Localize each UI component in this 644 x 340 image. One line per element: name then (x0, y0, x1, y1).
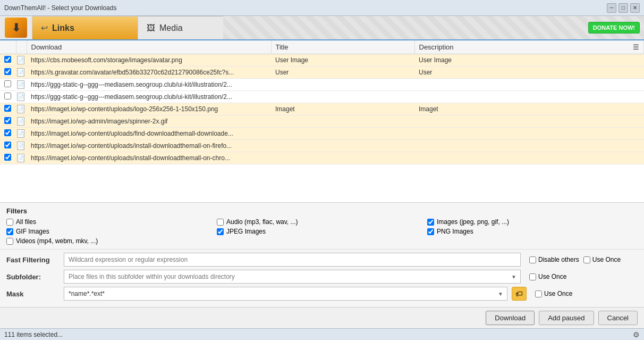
add-paused-button[interactable]: Add paused (539, 311, 594, 325)
subfolder-use-once-label: Use Once (538, 273, 566, 280)
filter-label-images-jpeg-png: Images (jpeg, png, gif, ...) (437, 218, 509, 226)
filter-checkbox-audio[interactable] (217, 219, 224, 226)
mask-input[interactable] (64, 287, 507, 301)
subfolder-use-once-checkbox[interactable] (529, 273, 536, 280)
row-title-5 (271, 115, 414, 128)
row-file-icon-1: 📄 (17, 68, 24, 77)
main-container: ⬇ ↩ Links 🖼 Media DONATE NOW! Download (0, 16, 644, 340)
settings-icon[interactable]: ⚙ (633, 330, 640, 339)
filter-checkbox-videos[interactable] (6, 238, 13, 245)
row-file-icon-cell-0: 📄 (16, 54, 27, 67)
use-once-1-checkbox[interactable] (583, 256, 590, 263)
row-file-icon-cell-7: 📄 (16, 140, 27, 152)
minimize-button[interactable]: ─ (607, 3, 616, 13)
filter-item-png-images: PNG Images (427, 228, 638, 235)
filters-section: Filters All filesAudio (mp3, flac, wav, … (0, 203, 644, 250)
fast-filtering-input-wrapper (64, 253, 521, 267)
row-file-icon-cell-2: 📄 (16, 79, 27, 91)
row-desc-2 (414, 79, 644, 91)
disable-others-label: Disable others (538, 256, 579, 263)
col-header-icon (16, 40, 27, 54)
col-header-title: Title (271, 40, 414, 54)
downloads-table-container[interactable]: Download Title Description ☰ 📄https://cb… (0, 40, 644, 203)
row-checkbox-cell-8 (0, 152, 16, 164)
subfolder-options: Use Once (529, 273, 566, 280)
disable-others-option: Disable others (529, 256, 579, 263)
row-desc-1: User (414, 67, 644, 79)
row-desc-6 (414, 128, 644, 140)
fast-filtering-options: Disable others Use Once (529, 256, 621, 263)
table-row: 📄https://cbs.mobeesoft.com/storage/image… (0, 54, 644, 67)
status-bar: 111 items selected... ⚙ (0, 328, 644, 340)
col-menu-icon[interactable]: ☰ (633, 43, 639, 51)
filter-checkbox-gif-images[interactable] (6, 228, 13, 235)
row-checkbox-4[interactable] (4, 105, 11, 112)
close-button[interactable]: ✕ (630, 3, 640, 13)
row-checkbox-2[interactable] (4, 80, 11, 87)
row-checkbox-5[interactable] (4, 117, 11, 124)
window-title: DownThemAll! - Select your Downloads (4, 4, 116, 12)
table-row: 📄https://s.gravatar.com/avatar/efbd536b3… (0, 67, 644, 79)
filters-grid: All filesAudio (mp3, flac, wav, ...)Imag… (6, 218, 638, 245)
mask-input-wrapper: ▼ (64, 287, 507, 301)
fast-filtering-input[interactable] (64, 253, 521, 267)
row-file-icon-6: 📄 (17, 129, 24, 138)
mask-label: Mask (6, 290, 60, 298)
row-desc-7 (414, 140, 644, 152)
row-file-icon-cell-4: 📄 (16, 103, 27, 115)
filter-checkbox-jpeg-images[interactable] (217, 228, 224, 235)
maximize-button[interactable]: □ (618, 3, 628, 13)
row-checkbox-cell-6 (0, 128, 16, 140)
filter-item-images-jpeg-png: Images (jpeg, png, gif, ...) (427, 218, 638, 226)
row-checkbox-7[interactable] (4, 142, 11, 148)
row-url-1: https://s.gravatar.com/avatar/efbd536b33… (27, 67, 271, 79)
row-url-3: https://ggg-static-g--ggg---mediasem.seo… (27, 91, 271, 103)
row-url-4: https://imaget.io/wp-content/uploads/log… (27, 103, 271, 115)
tab-bar: ⬇ ↩ Links 🖼 Media DONATE NOW! (0, 16, 644, 40)
row-checkbox-6[interactable] (4, 129, 11, 136)
download-button[interactable]: Download (486, 311, 535, 325)
disable-others-checkbox[interactable] (529, 256, 536, 263)
filter-checkbox-images-jpeg-png[interactable] (427, 219, 434, 226)
filter-item-gif-images: GIF Images (6, 228, 217, 235)
row-checkbox-1[interactable] (4, 68, 11, 75)
media-tab-icon: 🖼 (147, 23, 155, 33)
row-checkbox-0[interactable] (4, 56, 11, 63)
filter-checkbox-all-files[interactable] (6, 219, 13, 226)
row-file-icon-5: 📄 (17, 117, 24, 126)
row-checkbox-3[interactable] (4, 93, 11, 99)
donate-button[interactable]: DONATE NOW! (588, 22, 640, 34)
row-title-3 (271, 91, 414, 103)
tab-bar-banner (223, 16, 644, 39)
table-row: 📄https://imaget.io/wp-content/uploads/in… (0, 140, 644, 152)
mask-use-once-label: Use Once (544, 290, 572, 297)
subfolder-input-wrapper: ▼ (64, 270, 521, 284)
filter-checkbox-png-images[interactable] (427, 228, 434, 235)
mask-use-once-checkbox[interactable] (535, 291, 542, 297)
row-title-4: Imaget (271, 103, 414, 115)
row-url-6: https://imaget.io/wp-content/uploads/fin… (27, 128, 271, 140)
tab-media[interactable]: 🖼 Media (138, 16, 223, 39)
row-url-7: https://imaget.io/wp-content/uploads/ins… (27, 140, 271, 152)
filter-item-videos: Videos (mp4, webm, mkv, ...) (6, 237, 217, 245)
cancel-button[interactable]: Cancel (598, 311, 638, 325)
row-title-1: User (271, 67, 414, 79)
table-row: 📄https://imaget.io/wp-content/uploads/in… (0, 152, 644, 164)
filter-item-jpeg-images: JPEG Images (217, 228, 427, 235)
row-file-icon-7: 📄 (17, 142, 24, 150)
subfolder-input[interactable] (64, 270, 521, 284)
row-file-icon-cell-5: 📄 (16, 115, 27, 128)
content-area: Download Title Description ☰ 📄https://cb… (0, 40, 644, 328)
row-file-icon-2: 📄 (17, 80, 24, 89)
row-title-2 (271, 79, 414, 91)
row-checkbox-cell-4 (0, 103, 16, 115)
row-checkbox-cell-2 (0, 79, 16, 91)
row-url-0: https://cbs.mobeesoft.com/storage/images… (27, 54, 271, 67)
mask-tag-button[interactable]: 🏷 (512, 287, 527, 301)
row-checkbox-8[interactable] (4, 154, 11, 161)
tab-links[interactable]: ↩ Links (32, 16, 138, 39)
row-checkbox-cell-1 (0, 67, 16, 79)
row-desc-3 (414, 91, 644, 103)
row-file-icon-4: 📄 (17, 105, 24, 113)
row-title-6 (271, 128, 414, 140)
